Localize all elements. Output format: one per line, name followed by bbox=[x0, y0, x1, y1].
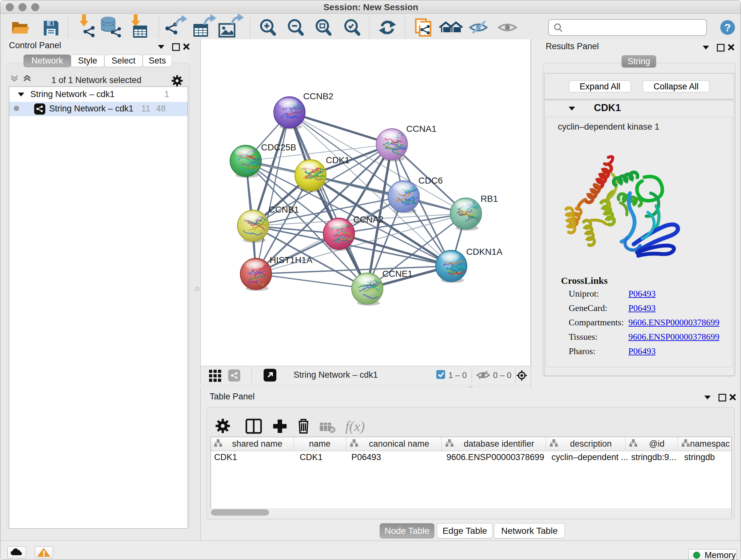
svg-text:CCNA1: CCNA1 bbox=[406, 124, 436, 134]
svg-text:HIST1H1A: HIST1H1A bbox=[270, 255, 313, 265]
svg-text:CCNA2: CCNA2 bbox=[353, 214, 384, 225]
svg-text:CDKN1A: CDKN1A bbox=[466, 247, 502, 257]
svg-text:CCNB1: CCNB1 bbox=[269, 205, 299, 214]
svg-text:RB1: RB1 bbox=[481, 194, 498, 204]
svg-text:CDC25B: CDC25B bbox=[261, 142, 296, 152]
svg-text:f(x): f(x) bbox=[345, 419, 365, 434]
svg-text:CDK1: CDK1 bbox=[326, 155, 350, 165]
svg-text:CCNE1: CCNE1 bbox=[382, 269, 413, 279]
svg-text:?: ? bbox=[724, 21, 731, 34]
svg-text:CDC6: CDC6 bbox=[418, 176, 443, 186]
svg-text:CCNB2: CCNB2 bbox=[303, 91, 333, 101]
